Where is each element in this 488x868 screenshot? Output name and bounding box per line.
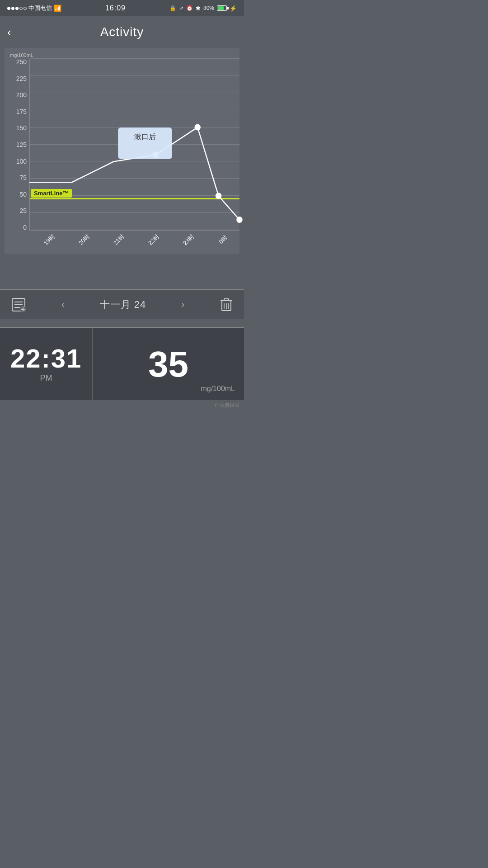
- x-tick-20: 20时: [76, 231, 93, 248]
- nav-bar: ‹ 十一月 24 ›: [0, 290, 244, 319]
- dot-5: [23, 7, 27, 10]
- point-drop: [216, 193, 222, 199]
- battery-percent: 80%: [203, 5, 214, 11]
- y-tick-250: 250: [9, 59, 27, 65]
- status-right: 🔒 ↗ ⏰ ✱ 80% ⚡: [169, 5, 237, 12]
- x-tick-23: 23时: [180, 231, 197, 248]
- wifi-icon: 📶: [54, 5, 61, 12]
- alarm-icon: ⏰: [186, 5, 193, 11]
- status-bar: 中国电信 📶 16:09 🔒 ↗ ⏰ ✱ 80% ⚡: [0, 0, 244, 16]
- dot-2: [11, 7, 14, 10]
- y-axis: 250 225 200 175 150 125 100 75 50 25 0: [5, 59, 29, 231]
- data-polyline: [30, 127, 239, 220]
- dot-1: [7, 7, 10, 10]
- point-23: [194, 124, 201, 131]
- y-tick-0: 0: [9, 224, 27, 231]
- x-axis: 19时 20时 21时 22时 23时 0时: [5, 231, 239, 254]
- x-tick-22: 22时: [145, 231, 162, 248]
- y-tick-150: 150: [9, 125, 27, 131]
- watermark: 什么值得买: [0, 400, 244, 410]
- point-0: [236, 217, 243, 223]
- dot-3: [15, 7, 19, 10]
- status-time: 16:09: [105, 4, 126, 12]
- y-axis-label: mg/100mL: [5, 52, 239, 58]
- charging-icon: ⚡: [230, 5, 237, 12]
- data-line-svg: [30, 59, 239, 230]
- prev-date-button[interactable]: ‹: [61, 299, 65, 311]
- value-unit: mg/100mL: [201, 385, 235, 393]
- time-column: 22:31 PM: [0, 328, 93, 400]
- page-title: Activity: [100, 25, 144, 39]
- y-tick-200: 200: [9, 92, 27, 98]
- reading-time: 22:31: [10, 345, 82, 372]
- battery-icon: [217, 5, 227, 11]
- delete-button[interactable]: [220, 297, 233, 312]
- x-tick-21: 21时: [110, 231, 127, 248]
- x-tick-19: 19时: [41, 231, 58, 248]
- y-tick-100: 100: [9, 158, 27, 165]
- y-tick-50: 50: [9, 191, 27, 198]
- spacer: [0, 254, 244, 281]
- data-section: 22:31 PM 35 mg/100mL: [0, 328, 244, 400]
- add-log-icon: [11, 297, 26, 312]
- y-tick-175: 175: [9, 108, 27, 115]
- chart-container: mg/100mL 250 225 200 175 150 125 100 75 …: [5, 48, 239, 254]
- back-icon: ‹: [7, 25, 11, 39]
- signal-dots: [7, 7, 27, 10]
- ampm-label: PM: [40, 373, 52, 383]
- status-left: 中国电信 📶: [7, 4, 61, 12]
- battery-container: [217, 5, 227, 11]
- carrier-label: 中国电信: [28, 4, 52, 12]
- battery-fill: [218, 6, 224, 10]
- y-tick-125: 125: [9, 142, 27, 148]
- lock-icon: 🔒: [169, 5, 176, 11]
- add-log-button[interactable]: [11, 297, 26, 312]
- y-tick-75: 75: [9, 175, 27, 181]
- y-tick-25: 25: [9, 208, 27, 214]
- current-date: 十一月 24: [100, 298, 146, 311]
- x-tick-0: 0时: [215, 231, 232, 248]
- dot-4: [19, 7, 23, 10]
- chart-plot-area[interactable]: SmartLine™ 漱口后: [29, 59, 239, 231]
- location-icon: ↗: [179, 5, 183, 11]
- y-tick-225: 225: [9, 75, 27, 82]
- trash-icon: [220, 297, 233, 312]
- chart-wrapper: 250 225 200 175 150 125 100 75 50 25 0: [5, 59, 239, 231]
- value-column: 35 mg/100mL: [93, 328, 244, 400]
- bluetooth-icon: ✱: [196, 5, 201, 12]
- reading-value: 35: [148, 346, 188, 382]
- back-button[interactable]: ‹: [7, 25, 11, 39]
- next-date-button[interactable]: ›: [181, 299, 184, 311]
- header: ‹ Activity: [0, 16, 244, 48]
- point-21: [153, 151, 159, 158]
